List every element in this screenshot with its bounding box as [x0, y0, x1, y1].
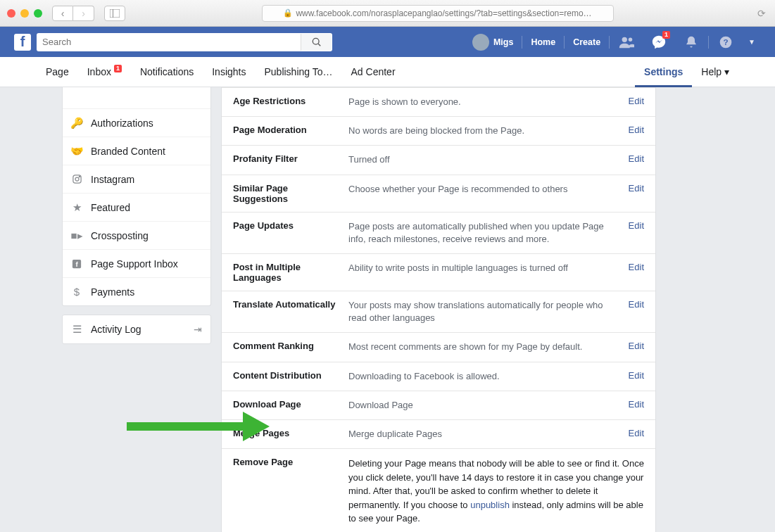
edit-link[interactable]: Edit [629, 183, 644, 194]
edit-link[interactable]: Edit [629, 341, 644, 351]
minimize-window-icon[interactable] [20, 9, 29, 18]
setting-label: Post in Multiple Languages [233, 262, 348, 283]
content-area: 🔑 Authorizations 🤝 Branded Content Insta… [0, 87, 775, 532]
lock-icon: 🔒 [283, 8, 293, 18]
maximize-window-icon[interactable] [34, 9, 42, 18]
separator [522, 36, 522, 49]
setting-desc: No words are being blocked from the Page… [348, 125, 629, 137]
tab-page[interactable]: Page [37, 57, 78, 87]
sidebar-item-authorizations[interactable]: 🔑 Authorizations [63, 108, 210, 137]
search-box[interactable] [37, 33, 332, 51]
url-bar[interactable]: 🔒 www.facebook.com/norasplacepanglao/set… [262, 5, 614, 22]
setting-label: Comment Ranking [233, 341, 348, 351]
account-dropdown-icon[interactable]: ▼ [743, 38, 761, 46]
tab-settings[interactable]: Settings [635, 57, 692, 87]
sidebar-item-label: Featured [91, 202, 130, 213]
notifications-icon[interactable] [676, 27, 707, 57]
unpublish-link[interactable]: unpublish [470, 500, 510, 510]
edit-link[interactable]: Edit [629, 220, 644, 231]
handshake-icon: 🤝 [71, 146, 82, 157]
window-controls [7, 9, 42, 18]
svg-point-2 [313, 38, 319, 44]
home-link[interactable]: Home [524, 27, 562, 57]
create-link[interactable]: Create [566, 27, 607, 57]
sidebar-item-payments[interactable]: $ Payments [63, 277, 210, 305]
sidebar-item-label: Crossposting [91, 230, 149, 241]
svg-rect-0 [110, 9, 120, 18]
edit-link[interactable]: Edit [629, 125, 644, 135]
setting-label: Page Moderation [233, 125, 348, 135]
setting-row-remove-page: Remove PageDeleting your Page means that… [222, 448, 655, 532]
close-window-icon[interactable] [7, 9, 15, 18]
messenger-icon[interactable]: 1 [643, 27, 674, 57]
topbar-right: Migs Home Create 1 ? ▼ [465, 27, 761, 57]
setting-desc: Page posts are automatically published w… [348, 220, 629, 246]
setting-desc: Download Page [348, 399, 629, 412]
setting-row: Comment RankingMost recent comments are … [222, 332, 655, 361]
reload-button[interactable]: ⟳ [755, 7, 768, 20]
activity-log-label: Activity Log [91, 324, 141, 335]
video-icon: ■▸ [71, 230, 82, 241]
back-button[interactable]: ‹ [52, 6, 73, 21]
svg-text:?: ? [724, 37, 729, 46]
edit-link[interactable]: Edit [629, 370, 644, 381]
tab-publishing[interactable]: Publishing To… [255, 57, 341, 87]
setting-row: Post in Multiple LanguagesAbility to wri… [222, 253, 655, 291]
edit-link[interactable]: Edit [629, 428, 644, 438]
setting-row: Translate AutomaticallyYour posts may sh… [222, 291, 655, 332]
tab-ad-center[interactable]: Ad Center [342, 57, 405, 87]
remove-page-content: Deleting your Page means that nobody wil… [348, 457, 644, 532]
nav-arrows: ‹ › [52, 6, 94, 21]
setting-row: Merge PagesMerge duplicate PagesEdit [222, 419, 655, 448]
tab-notifications[interactable]: Notifications [131, 57, 203, 87]
activity-log-panel: ☰ Activity Log ⇥ [62, 315, 211, 344]
username: Migs [493, 37, 513, 47]
forward-button[interactable]: › [73, 6, 94, 21]
svg-point-5 [629, 37, 633, 42]
setting-row: Content DistributionDownloading to Faceb… [222, 362, 655, 391]
edit-link[interactable]: Edit [629, 96, 644, 106]
inbox-badge: 1 [114, 65, 122, 72]
sidebar-item-featured[interactable]: ★ Featured [63, 193, 210, 221]
setting-desc: Most recent comments are shown for my Pa… [348, 341, 629, 353]
sidebar-toggle-button[interactable] [104, 6, 125, 21]
left-column: 🔑 Authorizations 🤝 Branded Content Insta… [0, 87, 211, 532]
svg-line-3 [318, 44, 320, 46]
tab-help[interactable]: Help ▾ [692, 57, 738, 87]
sidebar-item-crossposting[interactable]: ■▸ Crossposting [63, 221, 210, 249]
sidebar-item-branded-content[interactable]: 🤝 Branded Content [63, 137, 210, 165]
setting-desc: Your posts may show translations automat… [348, 299, 629, 324]
sidebar-item-label: Instagram [91, 174, 134, 185]
search-input[interactable] [42, 37, 301, 47]
friend-requests-icon[interactable] [611, 27, 642, 57]
setting-desc: Page is shown to everyone. [348, 96, 629, 108]
setting-row: Age RestrictionsPage is shown to everyon… [222, 87, 655, 116]
svg-point-10 [79, 176, 80, 177]
setting-label: Age Restrictions [233, 96, 348, 106]
setting-label: Profanity Filter [233, 153, 348, 164]
sidebar-item-instagram[interactable]: Instagram [63, 165, 210, 193]
facebook-logo[interactable]: f [14, 34, 31, 51]
separator [708, 36, 709, 49]
tab-insights[interactable]: Insights [203, 57, 255, 87]
search-button[interactable] [301, 34, 332, 51]
sidebar-item-partial[interactable] [63, 87, 210, 108]
edit-link[interactable]: Edit [629, 153, 644, 164]
sidebar-item-page-support-inbox[interactable]: f Page Support Inbox [63, 249, 210, 277]
sidebar-item-label: Branded Content [91, 146, 165, 157]
setting-row: Profanity FilterTurned offEdit [222, 145, 655, 174]
separator [609, 36, 610, 49]
tab-inbox[interactable]: Inbox1 [78, 57, 131, 87]
setting-desc: Ability to write posts in multiple langu… [348, 262, 629, 274]
setting-row: Download PageDownload PageEdit [222, 391, 655, 419]
svg-point-9 [75, 177, 79, 181]
setting-label: Remove Page [233, 457, 348, 532]
edit-link[interactable]: Edit [629, 399, 644, 410]
page-subnav: Page Inbox1 Notifications Insights Publi… [0, 57, 775, 87]
edit-link[interactable]: Edit [629, 299, 644, 310]
arrow-line [127, 422, 243, 431]
profile-link[interactable]: Migs [465, 27, 520, 57]
edit-link[interactable]: Edit [629, 262, 644, 272]
help-icon[interactable]: ? [710, 27, 741, 57]
activity-log-link[interactable]: ☰ Activity Log ⇥ [63, 315, 210, 343]
